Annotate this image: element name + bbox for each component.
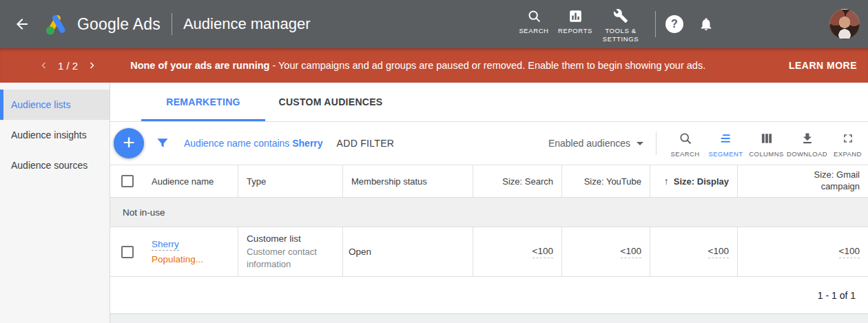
header-size-gmail[interactable]: Size: Gmail campaign <box>737 165 868 197</box>
action-label: SEGMENT <box>709 150 743 158</box>
action-label: COLUMNS <box>749 150 783 158</box>
back-button[interactable] <box>7 9 37 39</box>
segment-icon <box>719 131 733 146</box>
topbar-nav: SEARCH REPORTS TOOLS & SETTINGS <box>513 6 645 43</box>
header-type[interactable]: Type <box>238 165 342 197</box>
sidebar-item-audience-lists[interactable]: Audience lists <box>0 90 110 120</box>
search-icon <box>679 131 692 146</box>
header-label: Type <box>247 176 266 187</box>
header-audience-name: Audience name <box>110 165 238 197</box>
account-avatar[interactable] <box>829 9 860 39</box>
sidebar: Audience lists Audience insights Audienc… <box>0 83 110 323</box>
cell-size-display: <100 <box>650 227 737 276</box>
toolbar-right: Enabled audiences SEARCH <box>548 129 868 158</box>
row-checkbox[interactable] <box>121 246 134 258</box>
banner-message-rest: - Your campaigns and ad groups are pause… <box>269 60 705 71</box>
google-ads-logo-icon <box>43 12 70 37</box>
banner-next-button[interactable] <box>83 56 101 74</box>
populating-status: Populating... <box>152 254 203 264</box>
help-icon: ? <box>671 18 678 30</box>
audience-name-link[interactable]: Sherry <box>152 239 179 251</box>
table-row: Sherry Populating... Customer list Custo… <box>110 227 868 277</box>
header-label: Size: YouTube <box>584 176 641 187</box>
topnav-reports-label: REPORTS <box>558 27 592 34</box>
filter-icon <box>156 136 169 150</box>
cell-size-search: <100 <box>473 227 561 276</box>
table-expand-button[interactable]: EXPAND <box>827 129 868 158</box>
audience-name-stack: Sherry Populating... <box>152 239 203 264</box>
arrow-back-icon <box>14 16 30 32</box>
toolbar: + Audience name contains Sherry ADD FILT… <box>110 122 868 165</box>
audience-view-dropdown[interactable]: Enabled audiences <box>548 138 643 149</box>
table-header-row: Audience name Type Membership status Siz… <box>110 165 868 198</box>
header-membership-status[interactable]: Membership status <box>342 165 473 197</box>
header-size-youtube[interactable]: Size: YouTube <box>561 165 650 197</box>
header-label: Audience name <box>152 176 214 187</box>
header-label: Size: Display <box>674 176 729 187</box>
action-label: DOWNLOAD <box>787 150 827 158</box>
banner-prev-button[interactable] <box>34 56 52 74</box>
search-icon <box>527 6 541 23</box>
header-size-display[interactable]: ↑ Size: Display <box>650 165 737 197</box>
banner-message-bold: None of your ads are running <box>130 60 269 71</box>
header-label: Membership status <box>351 176 427 187</box>
filter-chip-value: Sherry <box>292 138 322 149</box>
bell-icon <box>699 17 714 32</box>
header-label: Size: Search <box>502 176 553 187</box>
reports-icon <box>568 6 583 23</box>
sidebar-item-label: Audience lists <box>11 99 70 110</box>
header-label: Size: Gmail campaign <box>796 169 860 193</box>
size-gmail-value[interactable]: <100 <box>839 246 860 258</box>
banner-pager: 1 / 2 <box>34 56 101 74</box>
alert-banner: 1 / 2 None of your ads are running - You… <box>0 48 868 83</box>
table-segment-button[interactable]: SEGMENT <box>705 129 746 158</box>
banner-message: None of your ads are running - Your camp… <box>130 60 705 71</box>
membership-value: Open <box>349 247 371 257</box>
header-size-search[interactable]: Size: Search <box>473 165 561 197</box>
dropdown-caret-icon <box>637 142 643 145</box>
topnav-reports[interactable]: REPORTS <box>555 6 596 34</box>
main-panel: REMARKETING CUSTOM AUDIENCES + Audience … <box>110 83 868 323</box>
notifications-button[interactable] <box>699 17 714 32</box>
topnav-tools-label: TOOLS & SETTINGS <box>599 27 643 43</box>
wrench-icon <box>613 6 628 23</box>
type-value: Customer list <box>247 233 333 244</box>
topbar: Google Ads Audience manager SEARCH REPOR… <box>0 0 868 48</box>
sidebar-item-audience-insights[interactable]: Audience insights <box>0 120 110 150</box>
table-footer: 1 - 1 of 1 <box>110 277 868 313</box>
help-button[interactable]: ? <box>665 15 683 33</box>
sidebar-item-label: Audience sources <box>11 160 87 171</box>
page-title: Audience manager <box>183 15 311 33</box>
size-display-value[interactable]: <100 <box>708 246 729 258</box>
table-columns-button[interactable]: COLUMNS <box>746 129 787 158</box>
tab-label: CUSTOM AUDIENCES <box>278 96 382 107</box>
action-label: SEARCH <box>671 150 700 158</box>
sort-ascending-icon: ↑ <box>664 176 669 187</box>
pagination-label: 1 - 1 of 1 <box>818 290 856 301</box>
plus-icon: + <box>123 132 135 153</box>
active-filter-chip[interactable]: Audience name contains Sherry <box>184 138 323 149</box>
topnav-search[interactable]: SEARCH <box>513 6 555 34</box>
table-search-button[interactable]: SEARCH <box>665 129 705 158</box>
cell-size-youtube: <100 <box>561 227 650 276</box>
chevron-right-icon <box>86 59 99 72</box>
expand-icon <box>841 131 855 146</box>
tab-remarketing[interactable]: REMARKETING <box>141 83 265 121</box>
sidebar-item-audience-sources[interactable]: Audience sources <box>0 150 110 180</box>
type-stack: Customer list Customer contact informati… <box>238 228 342 275</box>
tabs-row: REMARKETING CUSTOM AUDIENCES <box>110 83 868 122</box>
learn-more-button[interactable]: LEARN MORE <box>789 60 857 71</box>
select-all-checkbox[interactable] <box>121 175 134 187</box>
add-audience-button[interactable]: + <box>114 128 144 158</box>
cell-size-gmail: <100 <box>737 227 868 276</box>
tab-custom-audiences[interactable]: CUSTOM AUDIENCES <box>265 83 396 121</box>
cell-audience-name: Sherry Populating... <box>110 227 238 276</box>
add-filter-button[interactable]: ADD FILTER <box>337 138 395 149</box>
table-download-button[interactable]: DOWNLOAD <box>787 129 827 158</box>
table-group-row: Not in-use <box>110 198 868 227</box>
topnav-tools-settings[interactable]: TOOLS & SETTINGS <box>596 6 645 43</box>
content: Audience lists Audience insights Audienc… <box>0 83 868 323</box>
brand-name: Google Ads <box>77 15 161 34</box>
size-youtube-value[interactable]: <100 <box>621 246 641 258</box>
size-search-value[interactable]: <100 <box>533 246 553 258</box>
